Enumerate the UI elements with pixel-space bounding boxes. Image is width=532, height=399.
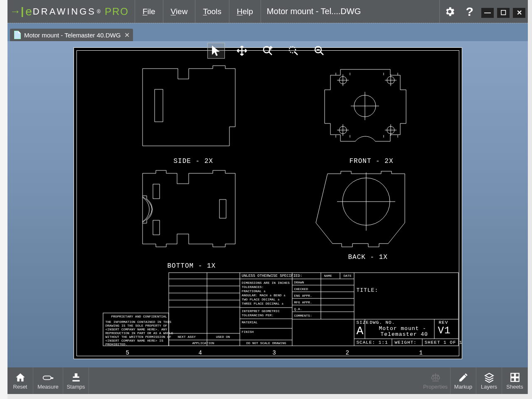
tb-dwgno2: Telemaster 40 bbox=[381, 331, 428, 337]
tb-prop4: <INSERT COMPANY NAME HERE>. ANY bbox=[106, 328, 167, 331]
sheets-icon bbox=[509, 372, 521, 383]
svg-rect-43 bbox=[511, 378, 515, 382]
tb-checked: CHECKED bbox=[294, 287, 308, 291]
svg-rect-42 bbox=[515, 373, 519, 377]
measure-button[interactable]: Measure bbox=[33, 367, 63, 394]
zoom-icon bbox=[261, 44, 274, 57]
app-logo: →| e DRAWINGS ® PRO bbox=[7, 0, 135, 23]
drawing-viewport[interactable]: SIDE - 2X FRONT - 2X BOTTOM - 1X BACK - … bbox=[7, 41, 528, 367]
close-icon: ✕ bbox=[517, 9, 522, 17]
label-front: FRONT - 2X bbox=[350, 158, 394, 165]
menubar: File View Tools Help bbox=[135, 0, 261, 23]
tb-spec3: FRACTIONAL ± bbox=[242, 289, 266, 293]
tb-name: NAME bbox=[324, 274, 332, 278]
pencil-icon bbox=[458, 372, 469, 383]
tb-prop7: <INSERT COMPANY NAME HERE> IS bbox=[106, 339, 163, 342]
document-tab-strip: Motor mount - Telemaster 40.DWG ✕ bbox=[7, 23, 528, 41]
topbar-icons: ? bbox=[440, 0, 480, 23]
measure-label: Measure bbox=[37, 384, 59, 390]
tb-usedon: USED ON bbox=[216, 335, 230, 339]
view-toolbar bbox=[207, 43, 328, 59]
tb-prop6: WITHOUT THE WRITTEN PERMISSION OF bbox=[106, 335, 171, 339]
tb-application: APPLICATION bbox=[192, 341, 214, 345]
ruler-4: 4 bbox=[199, 350, 202, 356]
tb-rev-lbl: REV bbox=[439, 320, 448, 325]
svg-rect-40 bbox=[50, 377, 53, 379]
select-tool[interactable] bbox=[207, 43, 225, 59]
drawing-sheet: SIDE - 2X FRONT - 2X BOTTOM - 1X BACK - … bbox=[74, 47, 462, 359]
zoom-window-icon bbox=[313, 44, 325, 57]
menu-view[interactable]: View bbox=[163, 0, 196, 23]
reset-label: Reset bbox=[13, 384, 27, 390]
logo-reg-icon: ® bbox=[97, 9, 101, 15]
tb-mfg: MFG APPR. bbox=[294, 300, 312, 304]
tb-prop1: PROPRIETARY AND CONFIDENTIAL bbox=[111, 315, 167, 318]
zoom-tool[interactable] bbox=[259, 43, 276, 59]
properties-label: Properties bbox=[423, 384, 448, 390]
svg-rect-44 bbox=[515, 378, 519, 382]
minimize-icon: — bbox=[484, 9, 491, 17]
minimize-button[interactable]: — bbox=[481, 8, 494, 18]
cursor-icon bbox=[210, 44, 222, 57]
tb-spec1: DIMENSIONS ARE IN INCHES bbox=[242, 281, 290, 285]
svg-rect-39 bbox=[43, 376, 51, 379]
tb-dwgno1: Motor mount - bbox=[379, 325, 426, 332]
tb-sheet: SHEET 1 OF 1 bbox=[425, 340, 463, 345]
maximize-button[interactable]: ☐ bbox=[497, 8, 510, 18]
tb-spec7: INTERPRET GEOMETRIC bbox=[242, 309, 280, 313]
help-button[interactable]: ? bbox=[460, 0, 480, 23]
tb-comments: COMMENTS: bbox=[294, 314, 312, 318]
tb-title-lbl: TITLE: bbox=[357, 287, 379, 293]
tape-icon bbox=[42, 372, 54, 383]
stamps-button[interactable]: Stamps bbox=[63, 367, 89, 394]
scales-icon bbox=[430, 372, 441, 383]
menu-help[interactable]: Help bbox=[229, 0, 261, 23]
layers-label: Layers bbox=[481, 384, 497, 390]
tb-size-val: A bbox=[357, 325, 364, 337]
document-tab[interactable]: Motor mount - Telemaster 40.DWG ✕ bbox=[10, 29, 133, 41]
tb-weight: WEIGHT: bbox=[395, 340, 417, 345]
logo-e: e bbox=[25, 5, 32, 18]
window-controls: — ☐ ✕ bbox=[481, 5, 528, 18]
tb-spec-header: UNLESS OTHERWISE SPECIFIED: bbox=[242, 274, 303, 278]
tb-spec5: TWO PLACE DECIMAL ± bbox=[242, 298, 280, 301]
tb-date: DATE bbox=[344, 274, 352, 278]
tb-nextassy: NEXT ASSY bbox=[178, 335, 196, 339]
document-icon bbox=[14, 31, 21, 39]
window-title: Motor mount - Tel....DWG bbox=[261, 0, 440, 23]
tb-dwgno-lbl: DWG. NO. bbox=[370, 320, 395, 325]
settings-button[interactable] bbox=[440, 0, 460, 23]
markup-label: Markup bbox=[454, 384, 472, 390]
tb-spec9: MATERIAL bbox=[242, 320, 258, 324]
question-icon: ? bbox=[466, 5, 473, 19]
sheets-button[interactable]: Sheets bbox=[502, 367, 528, 394]
markup-button[interactable]: Markup bbox=[451, 367, 476, 394]
pan-tool[interactable] bbox=[233, 43, 251, 59]
reset-button[interactable]: Reset bbox=[7, 367, 33, 394]
layers-button[interactable]: Layers bbox=[476, 367, 502, 394]
tb-prop2: THE INFORMATION CONTAINED IN THIS bbox=[106, 320, 171, 324]
properties-button[interactable]: Properties bbox=[421, 367, 451, 394]
label-back: BACK - 1X bbox=[348, 254, 388, 261]
gear-icon bbox=[444, 6, 456, 17]
zoom-fit-tool[interactable] bbox=[285, 43, 302, 59]
tab-close-button[interactable]: ✕ bbox=[124, 31, 130, 39]
tb-spec2: TOLERANCES: bbox=[242, 285, 264, 289]
logo-arrow-icon: →| bbox=[10, 5, 24, 18]
zoom-window-tool[interactable] bbox=[310, 43, 328, 59]
bottom-toolbar: Reset Measure Stamps Properties Markup L… bbox=[7, 367, 528, 394]
tb-scale: SCALE: 1:1 bbox=[357, 340, 388, 345]
tb-qa: Q.A. bbox=[294, 307, 302, 311]
tb-prop5: REPRODUCTION IN PART OR AS A WHOLE bbox=[106, 331, 173, 335]
tb-prop3: DRAWING IS THE SOLE PROPERTY OF bbox=[106, 324, 167, 328]
edrawings-window: →| e DRAWINGS ® PRO File View Tools Help… bbox=[7, 0, 528, 394]
pan-icon bbox=[236, 44, 248, 57]
menu-file[interactable]: File bbox=[135, 0, 163, 23]
close-button[interactable]: ✕ bbox=[513, 8, 525, 18]
label-bottom: BOTTOM - 1X bbox=[167, 262, 216, 270]
svg-rect-41 bbox=[511, 373, 515, 377]
title-bar: →| e DRAWINGS ® PRO File View Tools Help… bbox=[7, 0, 528, 23]
menu-tools[interactable]: Tools bbox=[195, 0, 229, 23]
tb-prop8: PROHIBITED. bbox=[106, 342, 128, 346]
background-os-strip bbox=[0, 0, 7, 399]
